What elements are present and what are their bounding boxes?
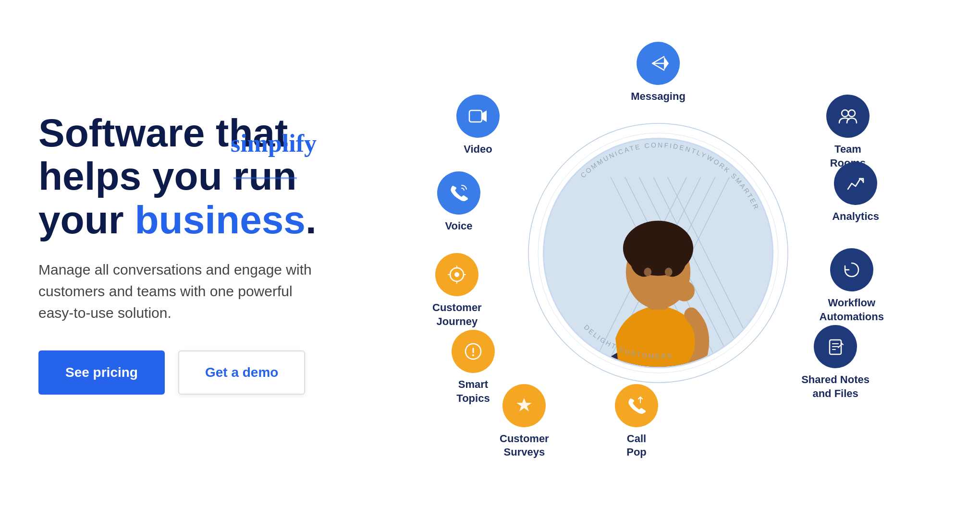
svg-point-19 [674,280,695,301]
svg-point-15 [630,239,658,277]
feature-teamrooms: TeamRooms [826,95,870,170]
voice-icon [437,171,480,215]
smarttopics-label: SmartTopics [456,378,490,405]
feature-customersurveys: CustomerSurveys [500,384,549,459]
workflow-label: WorkflowAutomations [820,296,884,324]
svg-point-18 [665,268,673,277]
callpop-icon [615,384,658,427]
analytics-icon [834,162,877,205]
svg-point-32 [848,110,855,117]
feature-workflow: WorkflowAutomations [820,248,884,324]
simplify-wrap: runsimplify [233,155,297,198]
svg-point-34 [454,272,459,277]
center-person-circle [543,138,773,368]
feature-analytics: Analytics [832,162,879,224]
person-svg [544,139,772,367]
sharednotes-label: Shared Notesand Files [801,373,870,400]
svg-marker-30 [482,110,487,122]
headline-line3: your business. [38,198,317,241]
diagram-wrapper: COMMUNICATE CONFIDENTLY WORK SMARTER DEL… [442,32,874,474]
feature-voice: Voice [437,171,480,233]
see-pricing-button[interactable]: See pricing [38,350,165,395]
svg-marker-28 [664,57,669,70]
business-word: business [135,198,305,241]
feature-sharednotes: Shared Notesand Files [801,325,870,400]
smarttopics-icon [452,330,495,373]
customersurveys-icon [502,384,546,427]
get-demo-button[interactable]: Get a demo [178,350,305,395]
button-row: See pricing Get a demo [38,350,346,395]
voice-label: Voice [445,219,472,233]
feature-customerjourney: CustomerJourney [432,253,482,328]
headline-line2: helps you runsimplify [38,154,297,198]
headline: Software that helps you runsimplify your… [38,111,346,241]
svg-point-17 [644,268,651,277]
svg-point-31 [842,110,848,117]
messaging-icon [637,42,680,85]
svg-line-27 [652,63,664,70]
svg-rect-29 [469,110,482,122]
feature-callpop: CallPop [615,384,658,459]
feature-video: Video [456,95,500,157]
messaging-label: Messaging [631,90,686,104]
customersurveys-label: CustomerSurveys [500,432,549,459]
video-icon [456,95,500,138]
simplify-handwritten: simplify [231,130,317,157]
left-content: Software that helps you runsimplify your… [38,111,375,395]
video-label: Video [464,143,492,157]
sharednotes-icon [814,325,857,368]
feature-messaging: Messaging [631,42,686,104]
svg-point-16 [658,239,686,277]
teamrooms-icon [826,95,870,138]
svg-point-37 [472,354,474,356]
customerjourney-icon [435,253,478,296]
run-word: run [233,155,297,198]
customerjourney-label: CustomerJourney [432,301,482,328]
workflow-icon [830,248,873,291]
person-image [544,139,772,367]
svg-marker-42 [516,398,532,411]
feature-diagram: COMMUNICATE CONFIDENTLY WORK SMARTER DEL… [375,0,942,506]
feature-smarttopics: SmartTopics [452,330,495,405]
subtitle: Manage all conversations and engage with… [38,259,346,324]
callpop-label: CallPop [626,432,647,459]
analytics-label: Analytics [832,210,879,224]
svg-line-25 [652,57,664,63]
